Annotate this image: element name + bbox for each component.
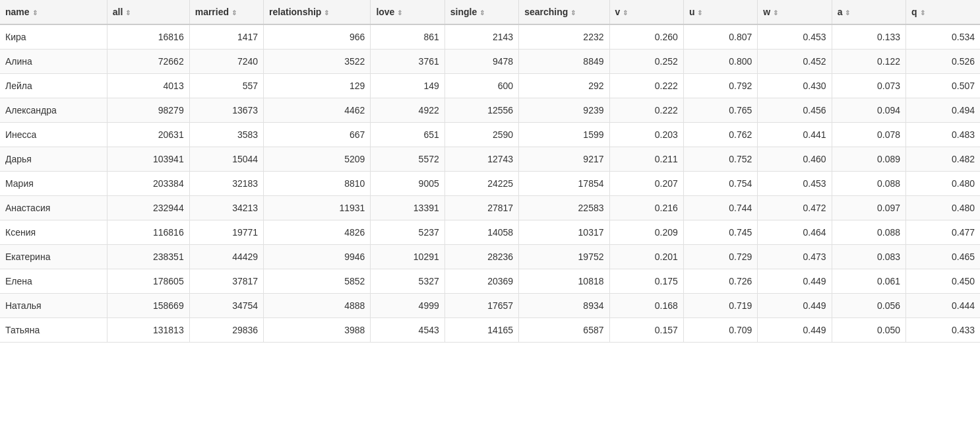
- sort-icon-v: ⇕: [623, 9, 628, 17]
- cell-love: 3761: [371, 50, 444, 74]
- cell-searching: 17854: [519, 172, 609, 196]
- cell-name: Ксения: [0, 220, 107, 245]
- cell-single: 12743: [444, 147, 518, 172]
- cell-v: 0.216: [609, 196, 683, 220]
- cell-q: 0.482: [906, 147, 981, 172]
- cell-love: 5237: [371, 220, 444, 245]
- cell-v: 0.168: [609, 294, 683, 318]
- th-v[interactable]: v⇕: [609, 0, 683, 24]
- cell-name: Лейла: [0, 74, 107, 98]
- th-q[interactable]: q⇕: [906, 0, 981, 24]
- th-all[interactable]: all⇕: [107, 0, 189, 24]
- cell-single: 24225: [444, 172, 518, 196]
- cell-w: 0.449: [758, 294, 832, 318]
- th-w[interactable]: w⇕: [758, 0, 832, 24]
- table-header-row: name⇕all⇕married⇕relationship⇕love⇕singl…: [0, 0, 980, 24]
- cell-v: 0.211: [609, 147, 683, 172]
- cell-v: 0.201: [609, 245, 683, 269]
- table-row: Дарья10394115044520955721274392170.2110.…: [0, 147, 980, 172]
- cell-u: 0.762: [683, 123, 757, 147]
- cell-searching: 2232: [519, 24, 609, 50]
- cell-w: 0.452: [758, 50, 832, 74]
- cell-w: 0.430: [758, 74, 832, 98]
- cell-a: 0.078: [832, 123, 905, 147]
- table-row: Кира168161417966861214322320.2600.8070.4…: [0, 24, 980, 50]
- cell-all: 4013: [107, 74, 189, 98]
- cell-married: 3583: [189, 123, 263, 147]
- cell-single: 12556: [444, 98, 518, 123]
- cell-married: 7240: [189, 50, 263, 74]
- cell-name: Анастасия: [0, 196, 107, 220]
- th-love[interactable]: love⇕: [371, 0, 444, 24]
- cell-q: 0.480: [906, 196, 981, 220]
- cell-relationship: 11931: [264, 196, 371, 220]
- cell-relationship: 5852: [264, 269, 371, 294]
- cell-single: 17657: [444, 294, 518, 318]
- cell-love: 4543: [371, 318, 444, 343]
- th-married[interactable]: married⇕: [189, 0, 263, 24]
- cell-all: 98279: [107, 98, 189, 123]
- table-body: Кира168161417966861214322320.2600.8070.4…: [0, 24, 980, 343]
- cell-a: 0.089: [832, 147, 905, 172]
- cell-name: Алина: [0, 50, 107, 74]
- th-u[interactable]: u⇕: [683, 0, 757, 24]
- cell-w: 0.473: [758, 245, 832, 269]
- cell-w: 0.453: [758, 24, 832, 50]
- cell-u: 0.709: [683, 318, 757, 343]
- cell-q: 0.433: [906, 318, 981, 343]
- cell-a: 0.094: [832, 98, 905, 123]
- cell-a: 0.050: [832, 318, 905, 343]
- th-name[interactable]: name⇕: [0, 0, 107, 24]
- cell-relationship: 129: [264, 74, 371, 98]
- cell-relationship: 8810: [264, 172, 371, 196]
- cell-name: Мария: [0, 172, 107, 196]
- cell-all: 232944: [107, 196, 189, 220]
- cell-married: 34213: [189, 196, 263, 220]
- cell-married: 37817: [189, 269, 263, 294]
- table-row: Инесса206313583667651259015990.2030.7620…: [0, 123, 980, 147]
- cell-w: 0.449: [758, 318, 832, 343]
- cell-a: 0.083: [832, 245, 905, 269]
- th-relationship[interactable]: relationship⇕: [264, 0, 371, 24]
- cell-searching: 292: [519, 74, 609, 98]
- th-a[interactable]: a⇕: [832, 0, 905, 24]
- cell-v: 0.222: [609, 98, 683, 123]
- cell-u: 0.745: [683, 220, 757, 245]
- cell-v: 0.175: [609, 269, 683, 294]
- sort-icon-love: ⇕: [397, 9, 402, 17]
- cell-q: 0.494: [906, 98, 981, 123]
- cell-married: 32183: [189, 172, 263, 196]
- cell-all: 203384: [107, 172, 189, 196]
- th-single[interactable]: single⇕: [444, 0, 518, 24]
- cell-q: 0.480: [906, 172, 981, 196]
- table-row: Лейла40135571291496002920.2220.7920.4300…: [0, 74, 980, 98]
- cell-single: 14058: [444, 220, 518, 245]
- cell-all: 72662: [107, 50, 189, 74]
- table-container: name⇕all⇕married⇕relationship⇕love⇕singl…: [0, 0, 980, 343]
- cell-w: 0.464: [758, 220, 832, 245]
- cell-married: 15044: [189, 147, 263, 172]
- cell-love: 13391: [371, 196, 444, 220]
- cell-u: 0.800: [683, 50, 757, 74]
- cell-name: Александра: [0, 98, 107, 123]
- cell-name: Кира: [0, 24, 107, 50]
- cell-searching: 19752: [519, 245, 609, 269]
- sort-icon-married: ⇕: [231, 9, 237, 17]
- cell-q: 0.477: [906, 220, 981, 245]
- cell-married: 13673: [189, 98, 263, 123]
- data-table: name⇕all⇕married⇕relationship⇕love⇕singl…: [0, 0, 980, 343]
- table-row: Алина72662724035223761947888490.2520.800…: [0, 50, 980, 74]
- cell-love: 149: [371, 74, 444, 98]
- cell-u: 0.752: [683, 147, 757, 172]
- cell-a: 0.133: [832, 24, 905, 50]
- cell-u: 0.765: [683, 98, 757, 123]
- cell-relationship: 3988: [264, 318, 371, 343]
- cell-single: 600: [444, 74, 518, 98]
- sort-icon-searching: ⇕: [570, 9, 576, 17]
- cell-relationship: 4462: [264, 98, 371, 123]
- cell-w: 0.449: [758, 269, 832, 294]
- table-row: Мария203384321838810900524225178540.2070…: [0, 172, 980, 196]
- table-row: Екатерина2383514442999461029128236197520…: [0, 245, 980, 269]
- cell-love: 4922: [371, 98, 444, 123]
- th-searching[interactable]: searching⇕: [519, 0, 609, 24]
